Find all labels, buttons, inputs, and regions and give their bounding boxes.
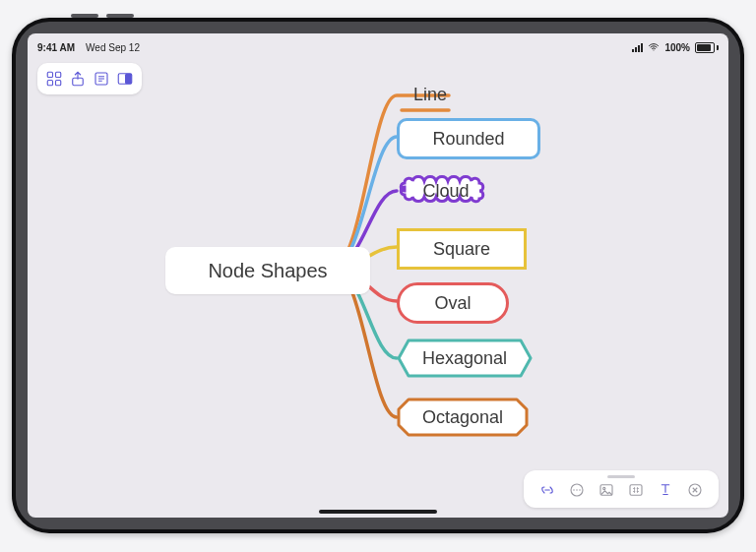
svg-point-13 — [579, 489, 581, 491]
node-hexagonal[interactable]: Hexagonal — [397, 338, 533, 378]
more-button[interactable] — [567, 480, 587, 500]
volume-up-button — [71, 14, 98, 18]
node-cloud-label: Cloud — [397, 169, 495, 213]
screen: 9:41 AM Wed Sep 12 100% — [28, 33, 728, 518]
image-icon — [598, 481, 615, 499]
style-icon — [657, 481, 674, 499]
node-hexagonal-label: Hexagonal — [397, 338, 533, 378]
node-octagonal-label: Octagonal — [397, 398, 529, 437]
style-button[interactable] — [656, 480, 675, 500]
node-square[interactable]: Square — [397, 228, 527, 270]
ipad-device: 9:41 AM Wed Sep 12 100% — [12, 18, 744, 533]
link-icon — [538, 481, 556, 499]
tag-icon — [627, 481, 645, 499]
svg-point-15 — [603, 487, 605, 489]
more-icon — [568, 481, 586, 499]
node-oval-label: Oval — [434, 293, 471, 314]
node-cloud[interactable]: Cloud — [397, 169, 495, 213]
node-line[interactable]: Line — [410, 85, 451, 105]
root-label: Node Shapes — [208, 260, 327, 282]
delete-icon — [686, 481, 704, 499]
image-button[interactable] — [597, 480, 616, 500]
volume-down-button — [106, 14, 134, 18]
root-node[interactable]: Node Shapes — [165, 247, 370, 294]
node-square-label: Square — [433, 239, 490, 260]
node-line-label: Line — [413, 85, 447, 104]
node-octagonal[interactable]: Octagonal — [397, 398, 529, 437]
link-button[interactable] — [537, 480, 557, 500]
mindmap-connectors — [28, 33, 728, 518]
svg-rect-16 — [630, 485, 642, 496]
node-oval[interactable]: Oval — [397, 282, 509, 324]
delete-button[interactable] — [685, 480, 705, 500]
svg-point-11 — [573, 489, 575, 491]
node-rounded[interactable]: Rounded — [397, 118, 540, 159]
home-indicator[interactable] — [319, 510, 437, 514]
svg-point-12 — [576, 489, 578, 491]
node-rounded-label: Rounded — [432, 129, 504, 150]
tag-button[interactable] — [626, 480, 646, 500]
bottom-toolbar[interactable] — [524, 470, 719, 508]
